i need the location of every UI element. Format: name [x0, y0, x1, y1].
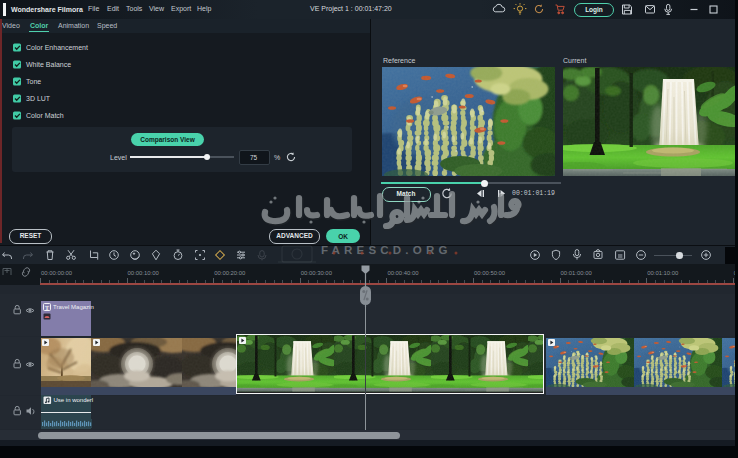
- svg-text:00:01:10:00: 00:01:10:00: [647, 270, 679, 276]
- svg-text:00:00:00:00: 00:00:00:00: [41, 270, 73, 276]
- svg-text:FARESCD.ORG: FARESCD.ORG: [321, 244, 452, 256]
- svg-text:00:01:00:00: 00:01:00:00: [561, 270, 593, 276]
- svg-text:00:00:40:00: 00:00:40:00: [387, 270, 419, 276]
- svg-text:T: T: [44, 304, 48, 310]
- svg-text:00:00:10:00: 00:00:10:00: [128, 270, 160, 276]
- svg-text:00:00:30:00: 00:00:30:00: [301, 270, 333, 276]
- svg-text:00:00:20:00: 00:00:20:00: [214, 270, 246, 276]
- svg-text:00:00:50:00: 00:00:50:00: [474, 270, 506, 276]
